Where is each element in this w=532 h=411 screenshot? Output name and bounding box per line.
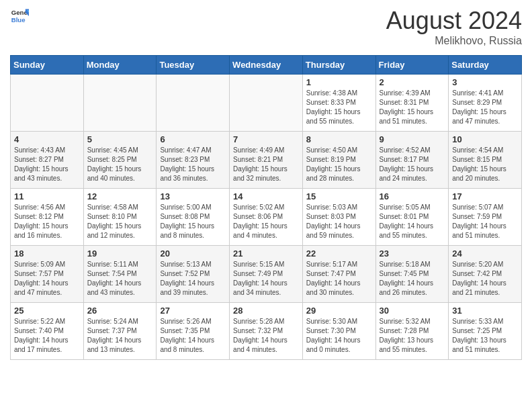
day-number: 14 — [233, 191, 299, 201]
day-number: 16 — [380, 191, 445, 201]
day-info: Sunrise: 5:02 AM Sunset: 8:06 PM Dayligh… — [233, 203, 299, 240]
day-info: Sunrise: 5:15 AM Sunset: 7:49 PM Dayligh… — [233, 260, 299, 298]
day-info: Sunrise: 4:49 AM Sunset: 8:21 PM Dayligh… — [233, 146, 299, 183]
day-info: Sunrise: 5:17 AM Sunset: 7:47 PM Dayligh… — [306, 260, 372, 298]
calendar-cell — [157, 75, 230, 132]
calendar-cell: 10Sunrise: 4:54 AM Sunset: 8:15 PM Dayli… — [449, 132, 522, 189]
day-number: 4 — [14, 134, 80, 144]
logo-icon: General Blue — [10, 7, 29, 26]
calendar-week-4: 18Sunrise: 5:09 AM Sunset: 7:57 PM Dayli… — [11, 246, 522, 303]
day-info: Sunrise: 4:54 AM Sunset: 8:15 PM Dayligh… — [452, 146, 518, 183]
day-info: Sunrise: 5:20 AM Sunset: 7:42 PM Dayligh… — [452, 260, 518, 298]
day-number: 12 — [87, 191, 153, 201]
calendar-cell: 30Sunrise: 5:32 AM Sunset: 7:28 PM Dayli… — [375, 303, 449, 360]
calendar-cell: 29Sunrise: 5:30 AM Sunset: 7:30 PM Dayli… — [302, 303, 375, 360]
logo: General Blue — [10, 7, 29, 26]
calendar-cell — [11, 75, 84, 132]
day-number: 18 — [14, 248, 80, 259]
calendar-cell: 26Sunrise: 5:24 AM Sunset: 7:37 PM Dayli… — [83, 303, 157, 360]
day-info: Sunrise: 5:18 AM Sunset: 7:45 PM Dayligh… — [380, 260, 445, 298]
day-number: 6 — [160, 134, 226, 144]
calendar-cell: 25Sunrise: 5:22 AM Sunset: 7:40 PM Dayli… — [11, 303, 84, 360]
calendar-cell: 22Sunrise: 5:17 AM Sunset: 7:47 PM Dayli… — [302, 246, 375, 303]
day-number: 9 — [380, 134, 445, 144]
day-number: 27 — [160, 306, 226, 316]
day-info: Sunrise: 4:56 AM Sunset: 8:12 PM Dayligh… — [14, 203, 80, 240]
day-info: Sunrise: 5:11 AM Sunset: 7:54 PM Dayligh… — [87, 260, 153, 298]
location: Melikhovo, Russia — [386, 35, 522, 47]
title-area: August 2024 Melikhovo, Russia — [386, 7, 522, 47]
calendar-header: SundayMondayTuesdayWednesdayThursdayFrid… — [11, 56, 522, 75]
day-number: 24 — [452, 248, 518, 259]
calendar-cell: 13Sunrise: 5:00 AM Sunset: 8:08 PM Dayli… — [157, 189, 230, 246]
weekday-header-sunday: Sunday — [11, 56, 84, 75]
day-number: 11 — [14, 191, 80, 201]
day-info: Sunrise: 5:13 AM Sunset: 7:52 PM Dayligh… — [160, 260, 226, 298]
calendar-cell: 1Sunrise: 4:38 AM Sunset: 8:33 PM Daylig… — [302, 75, 375, 132]
calendar-week-2: 4Sunrise: 4:43 AM Sunset: 8:27 PM Daylig… — [11, 132, 522, 189]
day-info: Sunrise: 5:24 AM Sunset: 7:37 PM Dayligh… — [87, 317, 153, 355]
calendar-cell: 20Sunrise: 5:13 AM Sunset: 7:52 PM Dayli… — [157, 246, 230, 303]
day-info: Sunrise: 4:41 AM Sunset: 8:29 PM Dayligh… — [452, 89, 518, 126]
calendar-cell: 4Sunrise: 4:43 AM Sunset: 8:27 PM Daylig… — [11, 132, 84, 189]
day-info: Sunrise: 5:32 AM Sunset: 7:28 PM Dayligh… — [380, 317, 445, 355]
day-info: Sunrise: 5:05 AM Sunset: 8:01 PM Dayligh… — [380, 203, 445, 240]
day-number: 23 — [380, 248, 445, 259]
calendar-week-5: 25Sunrise: 5:22 AM Sunset: 7:40 PM Dayli… — [11, 303, 522, 360]
day-number: 28 — [233, 306, 299, 316]
month-year: August 2024 — [386, 7, 522, 35]
calendar-cell: 2Sunrise: 4:39 AM Sunset: 8:31 PM Daylig… — [375, 75, 449, 132]
calendar-cell: 11Sunrise: 4:56 AM Sunset: 8:12 PM Dayli… — [11, 189, 84, 246]
day-info: Sunrise: 4:45 AM Sunset: 8:25 PM Dayligh… — [87, 146, 153, 183]
weekday-header-tuesday: Tuesday — [157, 56, 230, 75]
day-number: 21 — [233, 248, 299, 259]
day-number: 5 — [87, 134, 153, 144]
weekday-header-friday: Friday — [375, 56, 449, 75]
weekday-header-monday: Monday — [83, 56, 157, 75]
calendar-cell: 24Sunrise: 5:20 AM Sunset: 7:42 PM Dayli… — [449, 246, 522, 303]
calendar-cell: 21Sunrise: 5:15 AM Sunset: 7:49 PM Dayli… — [230, 246, 303, 303]
calendar-cell: 8Sunrise: 4:50 AM Sunset: 8:19 PM Daylig… — [302, 132, 375, 189]
day-info: Sunrise: 5:03 AM Sunset: 8:03 PM Dayligh… — [306, 203, 372, 240]
calendar-cell: 17Sunrise: 5:07 AM Sunset: 7:59 PM Dayli… — [449, 189, 522, 246]
svg-text:Blue: Blue — [11, 16, 26, 24]
weekday-header-thursday: Thursday — [302, 56, 375, 75]
day-info: Sunrise: 4:47 AM Sunset: 8:23 PM Dayligh… — [160, 146, 226, 183]
calendar-cell: 14Sunrise: 5:02 AM Sunset: 8:06 PM Dayli… — [230, 189, 303, 246]
day-info: Sunrise: 5:30 AM Sunset: 7:30 PM Dayligh… — [306, 317, 372, 355]
day-number: 7 — [233, 134, 299, 144]
header: General Blue August 2024 Melikhovo, Russ… — [10, 7, 522, 47]
day-info: Sunrise: 4:52 AM Sunset: 8:17 PM Dayligh… — [380, 146, 445, 183]
calendar-cell — [83, 75, 157, 132]
day-number: 8 — [306, 134, 372, 144]
day-info: Sunrise: 5:07 AM Sunset: 7:59 PM Dayligh… — [452, 203, 518, 240]
calendar-cell: 7Sunrise: 4:49 AM Sunset: 8:21 PM Daylig… — [230, 132, 303, 189]
day-number: 3 — [452, 77, 518, 87]
calendar-cell: 6Sunrise: 4:47 AM Sunset: 8:23 PM Daylig… — [157, 132, 230, 189]
day-number: 2 — [380, 77, 445, 87]
day-info: Sunrise: 5:00 AM Sunset: 8:08 PM Dayligh… — [160, 203, 226, 240]
day-number: 26 — [87, 306, 153, 316]
calendar-cell: 23Sunrise: 5:18 AM Sunset: 7:45 PM Dayli… — [375, 246, 449, 303]
day-info: Sunrise: 4:38 AM Sunset: 8:33 PM Dayligh… — [306, 89, 372, 126]
day-info: Sunrise: 5:22 AM Sunset: 7:40 PM Dayligh… — [14, 317, 80, 355]
day-info: Sunrise: 5:28 AM Sunset: 7:32 PM Dayligh… — [233, 317, 299, 355]
weekday-header-wednesday: Wednesday — [230, 56, 303, 75]
day-number: 22 — [306, 248, 372, 259]
weekday-row: SundayMondayTuesdayWednesdayThursdayFrid… — [11, 56, 522, 75]
calendar-cell: 19Sunrise: 5:11 AM Sunset: 7:54 PM Dayli… — [83, 246, 157, 303]
calendar-cell — [230, 75, 303, 132]
day-number: 17 — [452, 191, 518, 201]
calendar-body: 1Sunrise: 4:38 AM Sunset: 8:33 PM Daylig… — [11, 75, 522, 360]
calendar-week-3: 11Sunrise: 4:56 AM Sunset: 8:12 PM Dayli… — [11, 189, 522, 246]
calendar-cell: 5Sunrise: 4:45 AM Sunset: 8:25 PM Daylig… — [83, 132, 157, 189]
calendar-cell: 27Sunrise: 5:26 AM Sunset: 7:35 PM Dayli… — [157, 303, 230, 360]
calendar-table: SundayMondayTuesdayWednesdayThursdayFrid… — [10, 55, 522, 360]
day-number: 15 — [306, 191, 372, 201]
calendar-cell: 16Sunrise: 5:05 AM Sunset: 8:01 PM Dayli… — [375, 189, 449, 246]
day-info: Sunrise: 5:09 AM Sunset: 7:57 PM Dayligh… — [14, 260, 80, 298]
day-number: 25 — [14, 306, 80, 316]
calendar-cell: 12Sunrise: 4:58 AM Sunset: 8:10 PM Dayli… — [83, 189, 157, 246]
calendar-cell: 3Sunrise: 4:41 AM Sunset: 8:29 PM Daylig… — [449, 75, 522, 132]
day-number: 1 — [306, 77, 372, 87]
